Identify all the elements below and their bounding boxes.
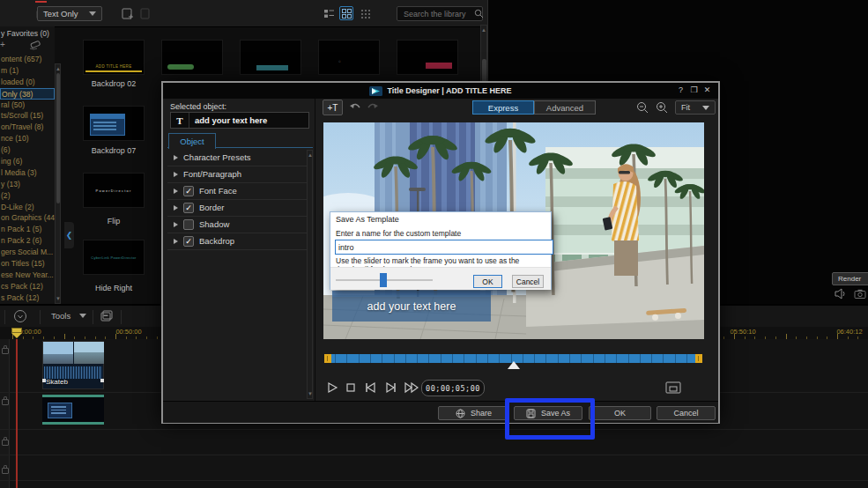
sidebar-category-item[interactable]: ontent (657) (0, 54, 55, 65)
sidebar-category-item[interactable]: loaded (0) (0, 77, 55, 88)
undo-icon[interactable] (349, 102, 361, 112)
sidebar-category-item[interactable]: s Pack (12) (0, 292, 55, 304)
help-icon[interactable]: ? (675, 85, 686, 96)
library-thumbnail-backdrop02[interactable]: ADD TITLE HERE (83, 40, 145, 75)
zoom-in-icon[interactable] (656, 101, 669, 115)
checkbox-checked-icon[interactable]: ✓ (183, 186, 194, 196)
tab-express[interactable]: Express (472, 100, 534, 115)
sidebar-category-item[interactable]: nce (10) (0, 133, 55, 144)
sidebar-category-item[interactable]: l Media (3) (0, 167, 55, 179)
sidebar-category-item[interactable]: n Pack 2 (6) (0, 235, 55, 247)
section-border[interactable]: ✓ Border (167, 199, 308, 217)
library-thumbnail[interactable]: ○ (318, 40, 380, 75)
zoom-fit-dropdown[interactable]: Fit (675, 100, 716, 115)
grid-view-icon[interactable] (339, 6, 353, 20)
timeline-playhead-line[interactable] (16, 339, 18, 488)
new-title-icon[interactable] (121, 7, 134, 20)
lock-icon[interactable] (2, 440, 9, 446)
lock-icon[interactable] (2, 399, 9, 405)
dots-grid-icon[interactable] (359, 7, 372, 20)
play-icon[interactable] (326, 381, 338, 394)
library-filter-dropdown[interactable]: Text Only (37, 6, 102, 21)
sidebar-scrollbar[interactable]: ▲ ▼ (55, 63, 61, 304)
search-input[interactable] (402, 9, 474, 19)
scrubber-start-handle[interactable] (324, 354, 331, 363)
close-icon[interactable]: ✕ (701, 85, 713, 96)
scroll-up-icon[interactable]: ▲ (481, 27, 486, 33)
library-thumbnail[interactable] (161, 40, 223, 75)
sidebar-category-item[interactable]: m (1) (0, 65, 55, 77)
title-overlay-box[interactable]: add your text here (332, 291, 491, 322)
sidebar-category-item[interactable]: ese New Year... (12) (0, 270, 55, 281)
track-manager-icon[interactable] (100, 309, 114, 322)
zoom-out-icon[interactable] (636, 101, 649, 115)
insert-text-button[interactable]: +T (323, 100, 343, 115)
stop-icon[interactable] (345, 382, 356, 393)
redo-icon[interactable] (367, 102, 379, 112)
sidebar-category-item[interactable]: ral (50) (0, 100, 55, 111)
sidebar-category-item[interactable]: D-Like (2) (0, 202, 55, 213)
share-button[interactable]: Share (438, 406, 509, 420)
section-font-face[interactable]: ✓ Font Face (167, 182, 308, 200)
sidebar-category-item[interactable]: ing (6) (0, 156, 55, 167)
checkbox-checked-icon[interactable]: ✓ (183, 236, 194, 247)
section-character-presets[interactable]: Character Presets (167, 149, 308, 166)
sidebar-category-item[interactable]: on Titles (15) (0, 258, 55, 270)
clip-trim-handle[interactable] (42, 379, 46, 382)
sidebar-category-item[interactable]: (2) (0, 190, 55, 202)
modal-cancel-button[interactable]: Cancel (512, 275, 544, 288)
duplicate-icon[interactable] (138, 7, 152, 20)
sidebar-category-item[interactable]: Only (38) (0, 88, 55, 100)
next-frame-icon[interactable] (384, 381, 397, 394)
cancel-button[interactable]: Cancel (657, 406, 716, 420)
sidebar-category-item[interactable]: ts/Scroll (15) (0, 110, 55, 122)
fast-forward-icon[interactable] (404, 381, 419, 394)
timeline-clip-video[interactable]: Skateb (42, 341, 104, 389)
mute-icon[interactable] (835, 288, 848, 299)
slider-handle[interactable] (380, 273, 387, 287)
capture-clock-icon[interactable] (13, 309, 27, 323)
clip-trim-handle[interactable] (100, 379, 104, 382)
section-shadow[interactable]: Shadow (167, 216, 308, 233)
list-view-icon[interactable] (323, 7, 336, 20)
sidebar-category-item[interactable]: on/Travel (8) (0, 122, 55, 133)
add-tag-icon[interactable]: + (0, 40, 5, 49)
scrubber-end-handle[interactable] (695, 354, 702, 363)
search-box[interactable] (397, 6, 483, 21)
scrubber-playhead-icon[interactable] (508, 361, 520, 369)
library-thumbnail[interactable] (240, 40, 301, 75)
sidebar-category-item[interactable]: gers Social M... (27) (0, 247, 55, 258)
scroll-down-icon[interactable]: ▼ (308, 391, 312, 396)
snapshot-camera-icon[interactable] (854, 289, 866, 299)
display-mode-icon[interactable] (665, 381, 681, 394)
sidebar-collapse-tab[interactable]: ❮ (64, 222, 74, 248)
timeline-clip-title[interactable] (42, 395, 104, 425)
sidebar-category-item[interactable]: on Graphics (44) (0, 212, 55, 224)
library-thumbnail-backdrop07[interactable] (83, 106, 145, 141)
library-thumbnail[interactable] (397, 40, 458, 75)
selected-object-input[interactable]: T add your text here (170, 112, 309, 129)
sidebar-category-item[interactable]: y (13) (0, 179, 55, 190)
dialog-titlebar[interactable]: Title Designer | ADD TITLE HERE (163, 83, 718, 99)
template-name-input[interactable] (335, 240, 553, 255)
scroll-up-icon[interactable]: ▲ (56, 66, 60, 71)
scroll-down-icon[interactable]: ▼ (56, 296, 60, 301)
section-backdrop[interactable]: ✓ Backdrop (167, 233, 308, 250)
tab-advanced[interactable]: Advanced (534, 100, 596, 115)
sidebar-category-item[interactable]: cs Pack (12) (0, 281, 55, 292)
library-thumbnail-flip[interactable]: PowerDirector (83, 173, 145, 208)
previous-frame-icon[interactable] (365, 381, 377, 394)
playhead-marker[interactable] (11, 328, 22, 338)
maximize-icon[interactable]: ❒ (688, 85, 700, 96)
tab-object[interactable]: Object (168, 133, 216, 149)
checkbox-unchecked-icon[interactable] (183, 219, 194, 230)
library-thumbnail-hideright[interactable]: CyberLink PowerDirector (83, 240, 145, 275)
ok-button[interactable]: OK (589, 406, 651, 420)
sidebar-category-item[interactable]: (6) (0, 144, 55, 156)
panel-scrollbar[interactable]: ▲ ▼ (307, 150, 313, 399)
render-preview-button[interactable]: Render (832, 272, 868, 285)
lock-icon[interactable] (2, 468, 9, 474)
checkbox-checked-icon[interactable]: ✓ (183, 203, 194, 213)
modal-ok-button[interactable]: OK (473, 275, 502, 288)
scroll-up-icon[interactable]: ▲ (308, 152, 312, 158)
